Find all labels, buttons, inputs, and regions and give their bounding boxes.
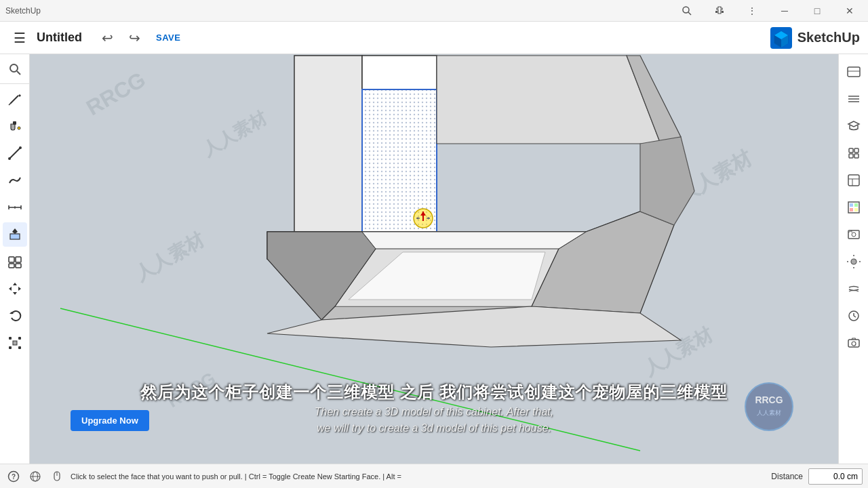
rt-shadows-icon[interactable]: [842, 249, 866, 274]
rrcg-watermark-logo: RRCG 人人素材: [735, 380, 803, 434]
svg-point-87: [745, 383, 793, 430]
svg-point-51: [851, 259, 856, 264]
svg-rect-39: [849, 154, 853, 158]
svg-rect-40: [854, 154, 859, 158]
status-text: Click to select the face that you want t…: [71, 472, 401, 481]
svg-line-1: [688, 12, 691, 15]
group-tool-button[interactable]: [3, 249, 27, 274]
svg-marker-24: [13, 283, 17, 295]
rt-learn-icon[interactable]: [842, 114, 866, 138]
redo-button[interactable]: ↪: [123, 27, 145, 49]
move-tool-button[interactable]: [3, 277, 27, 301]
globe-icon[interactable]: [27, 468, 43, 485]
svg-point-0: [683, 7, 689, 13]
distance-display: Distance: [771, 468, 863, 485]
svg-point-13: [19, 146, 22, 149]
svg-text:RRCG: RRCG: [755, 394, 783, 405]
bottom-left-icons: ? Click to select the face that you want…: [5, 468, 401, 485]
titlebar-left: SketchUp: [0, 6, 41, 16]
more-options-icon[interactable]: ⋮: [736, 0, 768, 22]
paint-tool-button[interactable]: [3, 114, 27, 138]
svg-point-50: [852, 232, 856, 237]
svg-rect-48: [854, 208, 858, 211]
svg-rect-9: [13, 121, 16, 125]
left-toolbar: [0, 54, 30, 464]
svg-line-7: [10, 96, 18, 104]
search-titlebar-icon[interactable]: [671, 0, 703, 22]
svg-point-10: [18, 127, 20, 129]
maximize-button[interactable]: □: [802, 0, 833, 22]
svg-rect-23: [16, 264, 21, 268]
extensions-icon[interactable]: [704, 0, 735, 22]
svg-text:?: ?: [12, 473, 16, 481]
search-area-button[interactable]: [0, 54, 30, 84]
svg-rect-31: [18, 346, 21, 349]
titlebar: SketchUp ⋮ ─ □ ✕: [0, 0, 868, 22]
mouse-icon[interactable]: [49, 468, 65, 485]
line-tool-button[interactable]: [3, 141, 27, 165]
svg-rect-30: [9, 346, 12, 349]
rt-materials-icon[interactable]: [842, 195, 866, 220]
rt-layers-icon[interactable]: [842, 87, 866, 111]
measure-tool-button[interactable]: [3, 195, 27, 220]
close-button[interactable]: ✕: [834, 0, 865, 22]
svg-rect-47: [850, 208, 853, 211]
svg-text:人人素材: 人人素材: [757, 409, 781, 416]
svg-rect-20: [9, 257, 14, 262]
svg-marker-63: [294, 56, 362, 259]
svg-line-6: [17, 71, 20, 75]
undo-button[interactable]: ↩: [96, 27, 118, 49]
minimize-button[interactable]: ─: [769, 0, 800, 22]
rt-components-icon[interactable]: [842, 141, 866, 165]
sketchup-logo: SketchUp: [770, 27, 860, 49]
svg-rect-38: [854, 148, 859, 152]
svg-rect-22: [9, 264, 14, 268]
app-name-label: SketchUp: [5, 6, 41, 16]
svg-marker-77: [362, 232, 586, 249]
svg-rect-3: [722, 11, 724, 13]
sketchup-logo-icon: [770, 27, 792, 49]
help-icon[interactable]: ?: [5, 468, 22, 485]
pencil-tool-button[interactable]: [3, 87, 27, 111]
titlebar-right: ⋮ ─ □ ✕: [671, 0, 868, 22]
svg-rect-45: [850, 203, 853, 207]
svg-marker-79: [640, 137, 694, 225]
3d-model-svg: [30, 54, 838, 464]
svg-rect-28: [9, 337, 12, 340]
svg-rect-29: [18, 337, 21, 340]
rt-styles-icon[interactable]: [842, 168, 866, 192]
rt-scenes-icon[interactable]: [842, 222, 866, 247]
svg-marker-66: [437, 56, 660, 144]
document-title: Untitled: [37, 30, 91, 45]
save-button[interactable]: SAVE: [151, 30, 186, 45]
svg-point-12: [8, 157, 11, 160]
svg-marker-75: [532, 211, 674, 313]
svg-rect-21: [16, 257, 21, 262]
svg-line-8: [9, 104, 10, 105]
distance-input[interactable]: [808, 468, 863, 485]
svg-line-11: [9, 148, 20, 159]
3d-viewport[interactable]: RRCG 人人素材 RRCG 人人素材 人人素材 人人素材 RRCG 人人素材 …: [30, 54, 838, 464]
svg-rect-2: [715, 11, 717, 13]
search-icon: [8, 62, 22, 76]
svg-point-5: [10, 64, 18, 72]
menu-hamburger-button[interactable]: ☰: [8, 27, 31, 49]
svg-marker-25: [9, 287, 21, 291]
rt-time-icon[interactable]: [842, 304, 866, 328]
rotate-tool-button[interactable]: [3, 304, 27, 328]
rt-fog-icon[interactable]: [842, 277, 866, 301]
upgrade-now-button[interactable]: Upgrade Now: [71, 410, 149, 431]
svg-rect-41: [848, 175, 859, 186]
svg-point-60: [852, 342, 856, 346]
push-pull-tool-button[interactable]: [3, 222, 27, 247]
sketchup-logo-text: SketchUp: [797, 30, 860, 45]
scale-tool-button[interactable]: [3, 331, 27, 355]
svg-rect-32: [848, 67, 860, 77]
rt-3d-icon[interactable]: [842, 60, 866, 84]
svg-rect-46: [854, 203, 858, 207]
svg-rect-37: [849, 148, 853, 152]
freehand-tool-button[interactable]: [3, 168, 27, 192]
rt-camera-icon[interactable]: [842, 331, 866, 355]
main-toolbar: ☰ Untitled ↩ ↪ SAVE SketchUp: [0, 22, 868, 54]
right-toolbar: [838, 54, 868, 464]
